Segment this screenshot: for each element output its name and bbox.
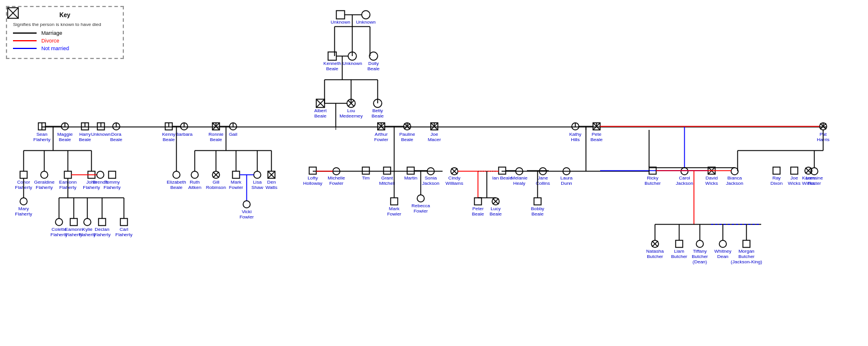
svg-rect-13 — [328, 52, 336, 60]
svg-text:Robinson: Robinson — [206, 185, 226, 190]
svg-text:Fowler: Fowler — [387, 211, 401, 217]
svg-text:Joe: Joe — [791, 175, 798, 181]
svg-text:Cindy: Cindy — [448, 175, 460, 181]
svg-text:Healy: Healy — [513, 181, 525, 186]
svg-text:Pete: Pete — [592, 132, 602, 137]
svg-text:Jackson: Jackson — [422, 181, 439, 186]
svg-text:Hills: Hills — [571, 137, 579, 142]
svg-text:Mark: Mark — [389, 206, 400, 211]
svg-text:Pauline: Pauline — [399, 132, 415, 137]
svg-text:Peter: Peter — [472, 206, 483, 211]
svg-text:Harry: Harry — [79, 132, 91, 137]
svg-rect-303 — [676, 240, 683, 247]
svg-text:Jane: Jane — [538, 175, 548, 181]
svg-text:Beale: Beale — [59, 137, 71, 142]
svg-text:Grant: Grant — [381, 175, 394, 181]
svg-point-312 — [719, 240, 726, 247]
svg-rect-155 — [70, 218, 77, 226]
svg-rect-161 — [99, 218, 106, 226]
svg-text:Carol: Carol — [679, 175, 690, 181]
svg-text:Liam: Liam — [674, 249, 684, 254]
svg-rect-164 — [120, 218, 127, 226]
svg-text:Flaherty: Flaherty — [34, 137, 51, 142]
svg-text:Whitney: Whitney — [715, 249, 732, 254]
svg-point-272 — [681, 168, 688, 175]
svg-point-228 — [417, 195, 424, 202]
svg-text:Flaherty: Flaherty — [83, 185, 100, 190]
svg-text:Ronnie: Ronnie — [208, 132, 224, 137]
svg-text:Kathy: Kathy — [569, 132, 581, 137]
svg-text:Arthur: Arthur — [375, 132, 388, 137]
svg-text:Eamonn: Eamonn — [65, 227, 83, 232]
svg-text:Beale: Beale — [472, 211, 484, 217]
svg-text:Wicks: Wicks — [705, 181, 718, 186]
svg-text:Flaherty: Flaherty — [116, 232, 133, 237]
family-tree-page: Key Signifies the person is known to hav… — [0, 0, 868, 346]
svg-text:Melanie: Melanie — [511, 175, 528, 181]
svg-text:Macer: Macer — [428, 137, 441, 142]
svg-text:Dunn: Dunn — [561, 181, 572, 186]
svg-text:(Dean): (Dean) — [693, 259, 707, 265]
svg-text:Kylie: Kylie — [82, 227, 93, 232]
svg-point-158 — [84, 218, 91, 226]
svg-rect-242 — [499, 167, 506, 174]
svg-rect-209 — [309, 167, 316, 174]
svg-text:Ian Beale: Ian Beale — [492, 175, 512, 181]
svg-text:Aitken: Aitken — [188, 185, 201, 190]
svg-point-18 — [369, 52, 378, 60]
svg-text:Lucy: Lucy — [491, 206, 501, 211]
svg-text:Beale: Beale — [163, 137, 175, 142]
svg-point-173 — [173, 171, 180, 178]
svg-text:Flaherty: Flaherty — [36, 185, 53, 190]
svg-text:Gail: Gail — [229, 132, 237, 137]
svg-point-168 — [20, 198, 27, 205]
svg-rect-322 — [773, 167, 780, 174]
svg-text:Unknown: Unknown — [356, 19, 375, 25]
svg-text:Elizabeth: Elizabeth — [167, 179, 186, 185]
svg-text:Carl: Carl — [120, 227, 129, 232]
svg-text:Betty: Betty — [372, 108, 383, 113]
svg-text:Laura: Laura — [561, 175, 573, 181]
svg-text:Beale: Beale — [490, 211, 502, 217]
svg-text:Albert: Albert — [315, 108, 327, 113]
svg-text:Medeemey: Medeemey — [339, 113, 363, 119]
svg-text:Beale: Beale — [401, 137, 414, 142]
svg-rect-142 — [109, 171, 116, 178]
svg-rect-216 — [362, 167, 369, 174]
svg-text:Fowler: Fowler — [240, 214, 254, 220]
svg-rect-269 — [534, 198, 541, 205]
svg-text:Joe: Joe — [431, 132, 438, 137]
svg-text:Barbara: Barbara — [176, 132, 193, 137]
svg-text:Fowler: Fowler — [374, 137, 388, 142]
svg-text:Lofty: Lofty — [307, 175, 317, 181]
svg-point-307 — [696, 240, 703, 247]
svg-text:Tiffany: Tiffany — [693, 249, 707, 254]
svg-text:Dora: Dora — [111, 132, 122, 137]
svg-text:Michelle: Michelle — [327, 175, 345, 181]
svg-text:Flaherty: Flaherty — [15, 211, 32, 217]
svg-text:Rebecca: Rebecca — [411, 203, 430, 208]
svg-text:Wicks: Wicks — [802, 181, 814, 186]
svg-text:Fowler: Fowler — [414, 208, 428, 214]
svg-text:Watts: Watts — [266, 185, 277, 190]
svg-text:Gill: Gill — [212, 179, 220, 185]
svg-text:Kenny: Kenny — [162, 132, 176, 137]
svg-text:Butcher: Butcher — [692, 254, 708, 259]
svg-text:Beale: Beale — [79, 137, 91, 142]
svg-text:Beale: Beale — [326, 66, 339, 71]
svg-point-130 — [41, 171, 48, 178]
family-tree-svg: Unknown Unknown Kenneth Beale Unknown Do… — [0, 0, 868, 346]
svg-text:Wicks: Wicks — [788, 181, 800, 186]
svg-text:David: David — [706, 175, 718, 181]
svg-rect-191 — [232, 171, 240, 178]
svg-text:Mark: Mark — [231, 179, 242, 185]
svg-rect-133 — [64, 171, 71, 178]
svg-text:Beale: Beale — [210, 137, 222, 142]
svg-text:Sean: Sean — [37, 132, 48, 137]
svg-point-194 — [254, 171, 261, 178]
svg-text:Butcher: Butcher — [738, 254, 755, 259]
svg-point-140 — [97, 171, 104, 178]
svg-rect-246 — [474, 198, 482, 205]
svg-text:Unknown: Unknown — [91, 132, 110, 137]
svg-text:Geraldine: Geraldine — [34, 179, 55, 185]
